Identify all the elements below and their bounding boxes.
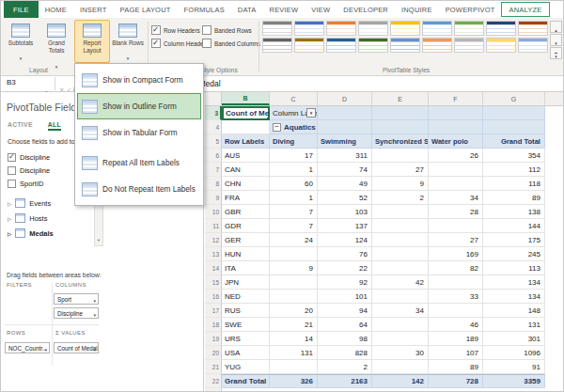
values-area-field-count[interactable]: Count of Medal — [54, 342, 99, 353]
value-cell[interactable]: 49 — [318, 177, 372, 191]
menu-item[interactable]: Show in Compact Form — [77, 67, 201, 93]
table-list-item[interactable]: Hosts — [8, 211, 54, 226]
expand-triangle-icon[interactable] — [8, 214, 11, 223]
value-cell[interactable] — [429, 177, 483, 191]
value-cell[interactable]: 20 — [270, 304, 318, 318]
value-cell[interactable]: 7 — [270, 219, 318, 233]
value-cell[interactable]: 3359 — [483, 374, 545, 388]
column-labels-cell[interactable]: Column Labels — [270, 106, 318, 120]
value-cell[interactable]: 76 — [318, 247, 372, 261]
value-cell[interactable]: 52 — [318, 191, 372, 205]
pivot-style-swatch[interactable] — [262, 38, 292, 53]
empty-cell[interactable] — [483, 106, 545, 120]
value-cell[interactable]: 131 — [270, 346, 318, 360]
value-cell[interactable]: 92 — [318, 275, 372, 290]
ribbon-tab[interactable]: FORMULAS — [178, 1, 231, 18]
row-label-cell[interactable]: GBR — [222, 205, 270, 219]
pivot-style-swatch[interactable] — [422, 38, 452, 53]
row-label-cell[interactable]: CAN — [222, 163, 270, 177]
value-cell[interactable] — [270, 247, 318, 261]
row-header[interactable]: 10 — [205, 205, 222, 219]
ribbon-tab[interactable]: FILE — [4, 1, 39, 18]
row-header[interactable]: 19 — [205, 332, 222, 346]
value-cell[interactable]: 89 — [429, 360, 483, 374]
value-cell[interactable] — [372, 205, 429, 219]
value-cell[interactable]: 189 — [429, 332, 483, 346]
grand-total-header[interactable]: Grand Total — [483, 134, 545, 149]
value-cell[interactable]: 60 — [270, 177, 318, 191]
row-label-cell[interactable]: YUG — [222, 360, 270, 374]
pivot-style-swatch[interactable] — [454, 38, 484, 53]
row-label-cell[interactable]: SWE — [222, 318, 270, 332]
ribbon-tab[interactable]: INQUIRE — [395, 1, 439, 18]
columns-area-field-sport[interactable]: Sport — [54, 293, 99, 305]
value-cell[interactable]: 7 — [270, 205, 318, 219]
empty-cell[interactable] — [483, 120, 545, 134]
chevron-down-icon[interactable] — [93, 346, 96, 353]
ribbon-tab[interactable]: ANALYZE — [501, 2, 549, 17]
empty-cell[interactable] — [318, 120, 372, 134]
column-header[interactable]: C — [270, 92, 318, 105]
pivot-style-swatch[interactable] — [326, 38, 356, 53]
row-header[interactable]: 5 — [205, 134, 222, 149]
row-label-cell[interactable]: JPN — [222, 275, 270, 290]
pivot-style-swatch[interactable] — [422, 21, 452, 36]
value-cell[interactable] — [372, 219, 429, 233]
chevron-down-icon[interactable] — [44, 346, 47, 353]
expand-triangle-icon[interactable] — [8, 199, 11, 208]
collapse-icon[interactable] — [273, 123, 281, 132]
value-cell[interactable] — [372, 318, 429, 332]
row-labels-cell[interactable]: Row Labels — [222, 134, 270, 149]
value-cell[interactable]: 131 — [483, 318, 545, 332]
value-cell[interactable] — [270, 275, 318, 290]
value-cell[interactable] — [372, 332, 429, 346]
style-option-checkbox[interactable]: Column Headers — [151, 39, 202, 48]
row-label-cell[interactable]: GER — [222, 233, 270, 247]
gallery-more-icon[interactable] — [550, 47, 562, 59]
row-label-cell[interactable]: AUS — [222, 149, 270, 163]
pivot-style-swatch[interactable] — [294, 38, 324, 53]
value-cell[interactable]: 828 — [318, 346, 372, 360]
ribbon-button[interactable]: Blank Rows — [110, 20, 146, 63]
row-header[interactable]: 22 — [205, 374, 222, 388]
value-cell[interactable]: 112 — [483, 163, 545, 177]
row-header[interactable]: 15 — [205, 275, 222, 290]
row-label-cell[interactable]: GDR — [222, 219, 270, 233]
ribbon-button[interactable]: Grand Totals — [39, 20, 74, 63]
value-cell[interactable]: 142 — [372, 374, 429, 388]
value-cell[interactable]: 33 — [429, 290, 483, 304]
value-cell[interactable]: 17 — [270, 149, 318, 163]
pivot-style-swatch[interactable] — [294, 21, 324, 36]
value-cell[interactable]: 34 — [372, 304, 429, 318]
column-header[interactable]: D — [318, 92, 372, 105]
value-cell[interactable]: 34 — [429, 191, 483, 205]
value-cell[interactable]: 148 — [483, 304, 545, 318]
row-header[interactable]: 20 — [205, 346, 222, 360]
value-cell[interactable]: 94 — [318, 304, 372, 318]
table-list-item[interactable]: Events — [8, 196, 54, 211]
col-field-synchronized[interactable]: Synchronized S. — [372, 134, 429, 149]
row-header[interactable]: 17 — [205, 304, 222, 318]
pivot-style-swatch[interactable] — [326, 21, 356, 36]
row-header[interactable]: 16 — [205, 290, 222, 304]
value-cell[interactable]: 2 — [318, 360, 372, 374]
value-cell[interactable]: 169 — [429, 247, 483, 261]
field-list-item[interactable]: Discipline — [8, 150, 50, 164]
value-cell[interactable]: 82 — [429, 261, 483, 275]
value-cell[interactable]: 1 — [270, 191, 318, 205]
value-cell[interactable]: 175 — [483, 233, 545, 247]
value-cell[interactable]: 144 — [483, 219, 545, 233]
ribbon-tab[interactable]: DATA — [231, 1, 263, 18]
value-cell[interactable] — [270, 290, 318, 304]
value-cell[interactable]: 91 — [483, 360, 545, 374]
pane-tab[interactable]: ACTIVE — [8, 121, 33, 131]
value-cell[interactable] — [372, 149, 429, 163]
filter-icon[interactable] — [306, 108, 316, 118]
value-cell[interactable]: 134 — [483, 275, 545, 290]
value-cell[interactable]: 138 — [483, 205, 545, 219]
ribbon-tab[interactable]: HOME — [39, 1, 73, 18]
rows-area-field-noc[interactable]: NOC_Countr... — [5, 342, 50, 353]
value-cell[interactable]: 21 — [270, 318, 318, 332]
pivot-style-swatch[interactable] — [358, 21, 388, 36]
value-cell[interactable] — [372, 290, 429, 304]
